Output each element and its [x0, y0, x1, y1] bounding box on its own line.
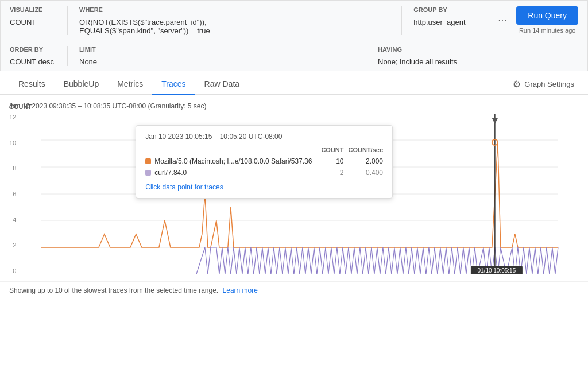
date-range-text: Jan 10 2023 09:38:35 – 10:08:35 UTC-08:0… [9, 102, 579, 110]
footer-area: Showing up to 10 of the slowest traces f… [0, 281, 588, 299]
tooltip-footer: Click data point for traces [145, 183, 383, 191]
tooltip-table: COUNT COUNT/sec Mozilla/5.0 (Macintosh; … [145, 145, 383, 179]
series-1-color-dot [145, 158, 151, 164]
y-label-2: 2 [9, 242, 16, 249]
series-1-count: 10 [316, 156, 348, 167]
series-2-count-sec: 0.400 [349, 167, 384, 179]
query-panel: VISUALIZE COUNT WHERE OR(NOT(EXISTS($"tr… [0, 0, 588, 41]
svg-text:01/10 10:05:15: 01/10 10:05:15 [478, 267, 516, 274]
graph-settings-button[interactable]: ⚙ Graph Settings [508, 74, 579, 94]
y-label-8: 8 [9, 165, 16, 172]
chart-area: Jan 10 2023 09:38:35 – 10:08:35 UTC-08:0… [0, 95, 588, 281]
visualize-section: VISUALIZE COUNT [10, 6, 67, 35]
group-by-label: GROUP BY [413, 6, 482, 15]
tab-traces[interactable]: Traces [152, 73, 195, 95]
visualize-value: COUNT [10, 18, 56, 26]
group-by-section: GROUP BY http.user_agent [401, 6, 493, 35]
series-2-count: 2 [316, 167, 348, 179]
series-1-label: Mozilla/5.0 (Macintosh; I...e/108.0.0.0 … [154, 157, 312, 165]
tooltip-title: Jan 10 2023 10:05:15 – 10:05:20 UTC-08:0… [145, 133, 383, 141]
limit-value: None [79, 57, 354, 66]
visualize-label: VISUALIZE [10, 6, 56, 15]
footer-text: Showing up to 10 of the slowest traces f… [9, 286, 218, 294]
order-by-section: ORDER BY COUNT desc [10, 46, 67, 66]
where-value: OR(NOT(EXISTS($"trace.parent_id")), EQUA… [79, 18, 390, 35]
y-label-10: 10 [9, 139, 16, 146]
group-by-value: http.user_agent [413, 18, 482, 26]
svg-marker-8 [492, 118, 498, 124]
tooltip: Jan 10 2023 10:05:15 – 10:05:20 UTC-08:0… [136, 125, 393, 199]
y-label-4: 4 [9, 216, 16, 223]
where-section: WHERE OR(NOT(EXISTS($"trace.parent_id"))… [67, 6, 401, 35]
run-query-button[interactable]: Run Query [516, 6, 578, 25]
tooltip-col-count-sec: COUNT/sec [349, 145, 384, 156]
y-label-6: 6 [9, 191, 16, 197]
having-section: HAVING None; include all results [366, 46, 509, 66]
tab-rawdata[interactable]: Raw Data [195, 73, 249, 95]
order-by-value: COUNT desc [10, 57, 56, 66]
gear-icon: ⚙ [513, 79, 521, 90]
tabs-bar: Results BubbleUp Metrics Traces Raw Data… [0, 73, 588, 95]
y-label-12: 12 [9, 114, 16, 121]
y-axis-title: COUNT [9, 103, 32, 110]
series-2-label: curl/7.84.0 [154, 169, 187, 177]
series-1-count-sec: 2.000 [349, 156, 384, 167]
tooltip-row-1: Mozilla/5.0 (Macintosh; I...e/108.0.0.0 … [145, 156, 383, 167]
tab-results[interactable]: Results [9, 73, 55, 95]
limit-section: LIMIT None [67, 46, 366, 66]
run-time-text: Run 14 minutes ago [519, 27, 575, 34]
limit-label: LIMIT [79, 46, 354, 55]
having-value: None; include all results [378, 57, 498, 66]
graph-settings-label: Graph Settings [524, 80, 574, 88]
series-2-color-dot [145, 170, 151, 176]
having-label: HAVING [378, 46, 498, 55]
order-by-label: ORDER BY [10, 46, 56, 55]
query-row2: ORDER BY COUNT desc LIMIT None HAVING No… [0, 41, 588, 71]
tooltip-col-count: COUNT [316, 145, 348, 156]
y-label-0: 0 [9, 267, 16, 274]
tab-metrics[interactable]: Metrics [108, 73, 152, 95]
where-label: WHERE [79, 6, 390, 15]
more-options-button[interactable]: ⋯ [493, 14, 512, 27]
tab-bubbleup[interactable]: BubbleUp [55, 73, 109, 95]
learn-more-link[interactable]: Learn more [223, 286, 258, 294]
tooltip-col-series [145, 145, 316, 156]
tooltip-row-2: curl/7.84.0 2 0.400 [145, 167, 383, 179]
